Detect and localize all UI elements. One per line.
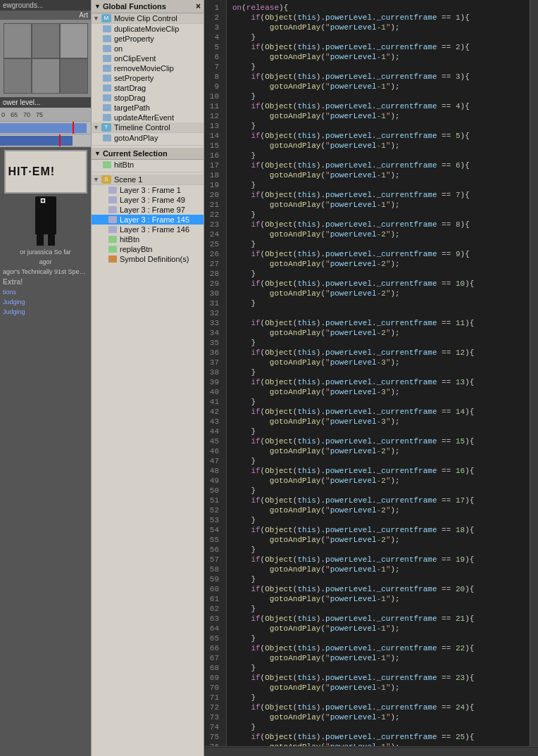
timeline-track-1[interactable] (0, 122, 91, 134)
item-icon (103, 35, 111, 42)
line-number: 22 (204, 210, 223, 220)
line-number: 60 (204, 584, 223, 594)
code-line: if(Object(this).powerLevel._currentframe… (232, 673, 524, 683)
movie-clip-control-group[interactable]: ▼ M Movie Clip Control (92, 13, 204, 24)
agor-text: agor (3, 258, 88, 265)
code-line: if(Object(this).powerLevel._currentframe… (232, 407, 524, 417)
tree-item-getProperty[interactable]: getProperty (92, 34, 204, 44)
line-number: 33 (204, 318, 223, 328)
hit-em-box: HIT·EM! (4, 150, 87, 194)
line-number: 34 (204, 328, 223, 338)
jurassica-text: or jurassica So far (3, 248, 88, 256)
bottom-scrollbar-bar (204, 746, 538, 756)
item-icon (103, 84, 111, 92)
scene-layer-frame-97[interactable]: Layer 3 : Frame 97 (92, 205, 204, 215)
line-number: 45 (204, 436, 223, 446)
timeline-control-group[interactable]: ▼ T Timeline Control (92, 122, 204, 133)
code-line: } (232, 722, 524, 732)
scrollbar-corner (530, 748, 538, 756)
code-line: } (232, 604, 524, 614)
line-number: 13 (204, 121, 223, 131)
line-number: 57 (204, 555, 223, 565)
timeline-track-2[interactable] (0, 134, 91, 147)
code-line: if(Object(this).powerLevel._currentframe… (232, 643, 524, 653)
line-number: 18 (204, 170, 223, 180)
code-line: gotoAndPlay("powerLevel-2"); (232, 505, 524, 515)
scene-symbol-definitions[interactable]: Symbol Definition(s) (92, 254, 204, 264)
scene-layer-frame-49[interactable]: Layer 3 : Frame 49 (92, 195, 204, 205)
tree-item-startDrag[interactable]: startDrag (92, 83, 204, 93)
canvas-preview (0, 20, 91, 97)
line-number: 25 (204, 239, 223, 249)
code-line: gotoAndPlay("powerLevel-1"); (232, 565, 524, 574)
tree-item-duplicateMovieClip[interactable]: duplicateMovieClip (92, 24, 204, 34)
line-number: 32 (204, 308, 223, 318)
tree-item-setProperty[interactable]: setProperty (92, 73, 204, 83)
tree-item-onClipEvent[interactable]: onClipEvent (92, 53, 204, 63)
line-number: 4 (204, 32, 223, 42)
tree-item-updateAfterEvent[interactable]: updateAfterEvent (92, 113, 204, 122)
scene-layer-frame-145[interactable]: Layer 3 : Frame 145 (92, 215, 204, 225)
code-line: gotoAndPlay("powerLevel-1"); (232, 200, 524, 210)
vertical-scrollbar[interactable] (530, 0, 538, 746)
line-number: 9 (204, 82, 223, 92)
current-selection-header[interactable]: ▼ Current Selection (92, 148, 204, 160)
line-number: 40 (204, 387, 223, 397)
code-line: gotoAndPlay("powerLevel-1"); (232, 653, 524, 663)
global-functions-header[interactable]: ▼ Global Functions × (92, 0, 204, 13)
tree-item-on[interactable]: on (92, 44, 204, 53)
line-number: 16 (204, 151, 223, 160)
tree-section[interactable]: ▼ M Movie Clip Control duplicateMovieCli… (92, 13, 204, 756)
bottom-section: HIT·EM! or jurassica So far agor agor's … (0, 147, 91, 756)
tree-item-removeMovieClip[interactable]: removeMovieClip (92, 63, 204, 73)
file-tree-panel: ▼ Global Functions × ▼ M Movie Clip Cont… (92, 0, 204, 756)
line-number: 51 (204, 496, 223, 505)
code-line: } (232, 367, 524, 377)
code-panel: 1234567891011121314151617181920212223242… (204, 0, 538, 756)
code-line: } (232, 239, 524, 249)
line-number: 73 (204, 712, 223, 722)
code-line: if(Object(this).powerLevel._currentframe… (232, 101, 524, 111)
scene-1-header[interactable]: ▼ S Scene 1 (92, 175, 204, 185)
link-judging-2[interactable]: Judging (3, 308, 88, 315)
code-line: gotoAndPlay("powerLevel-1"); (232, 52, 524, 62)
code-line: if(Object(this).powerLevel._currentframe… (232, 131, 524, 141)
line-number: 61 (204, 594, 223, 604)
tree-item-gotoAndPlay[interactable]: gotoAndPlay (92, 133, 204, 143)
tree-item-targetPath[interactable]: targetPath (92, 103, 204, 113)
code-line: } (232, 663, 524, 673)
item-icon (103, 45, 111, 52)
line-number: 41 (204, 397, 223, 407)
link-judging-1[interactable]: Judging (3, 298, 88, 305)
tree-divider-2 (92, 172, 204, 172)
code-area[interactable]: 1234567891011121314151617181920212223242… (204, 0, 538, 746)
line-number: 14 (204, 131, 223, 141)
code-line: } (232, 486, 524, 496)
line-number: 63 (204, 614, 223, 624)
link-tions[interactable]: tions (3, 289, 88, 296)
scene-layer-frame-1[interactable]: Layer 3 : Frame 1 (92, 185, 204, 195)
character-figure (28, 196, 63, 246)
line-number: 19 (204, 180, 223, 190)
scene-replayBtn[interactable]: replayBtn (92, 244, 204, 254)
line-number: 21 (204, 200, 223, 210)
code-line: gotoAndPlay("powerLevel-1"); (232, 170, 524, 180)
code-line (232, 308, 524, 318)
code-content[interactable]: on(release){ if(Object(this).powerLevel.… (227, 0, 530, 746)
current-selection-hitbtn[interactable]: hitBtn (92, 160, 204, 170)
tree-item-stopDrag[interactable]: stopDrag (92, 93, 204, 103)
btn-icon (108, 246, 117, 253)
line-number: 55 (204, 535, 223, 545)
code-line: if(Object(this).powerLevel._currentframe… (232, 614, 524, 624)
timeline-ruler: 0 65 70 75 (0, 108, 91, 122)
scene-layer-frame-146[interactable]: Layer 3 : Frame 146 (92, 225, 204, 234)
scene-hitBtn[interactable]: hitBtn (92, 234, 204, 244)
speech-text: agor's Technically 91st Speech (3, 268, 88, 275)
close-icon[interactable]: × (196, 1, 201, 11)
code-line: } (232, 515, 524, 525)
line-number: 52 (204, 505, 223, 515)
horizontal-scrollbar[interactable] (204, 748, 530, 756)
code-line: gotoAndPlay("powerLevel-2"); (232, 328, 524, 338)
line-number: 28 (204, 269, 223, 279)
line-number: 75 (204, 732, 223, 742)
